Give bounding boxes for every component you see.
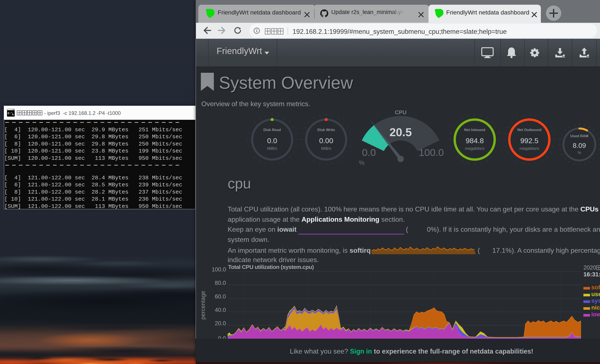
svg-text:100.0: 100.0: [419, 147, 444, 158]
svg-text:0.0: 0.0: [362, 147, 376, 158]
svg-text:megabits/s: megabits/s: [520, 146, 539, 151]
svg-text:0.00: 0.00: [319, 137, 333, 145]
svg-text:Disk Write: Disk Write: [318, 128, 335, 132]
svg-text:%: %: [578, 151, 581, 155]
svg-text:984.8: 984.8: [466, 137, 484, 145]
svg-text:20.5: 20.5: [389, 126, 412, 139]
svg-text:MiB/s: MiB/s: [321, 146, 331, 151]
svg-text:Disk Read: Disk Read: [263, 128, 281, 132]
svg-text:Net Inbound: Net Inbound: [464, 128, 485, 132]
svg-text:%: %: [359, 159, 365, 166]
svg-text:Net Outbound: Net Outbound: [517, 128, 541, 132]
svg-text:8.09: 8.09: [573, 142, 586, 149]
svg-text:0.0: 0.0: [267, 137, 277, 145]
svg-text:Used RAM: Used RAM: [570, 134, 588, 138]
svg-text:992.5: 992.5: [520, 137, 538, 145]
svg-text:CPU: CPU: [395, 109, 407, 115]
svg-text:MiB/s: MiB/s: [267, 146, 277, 151]
svg-text:megabits/s: megabits/s: [465, 146, 485, 151]
